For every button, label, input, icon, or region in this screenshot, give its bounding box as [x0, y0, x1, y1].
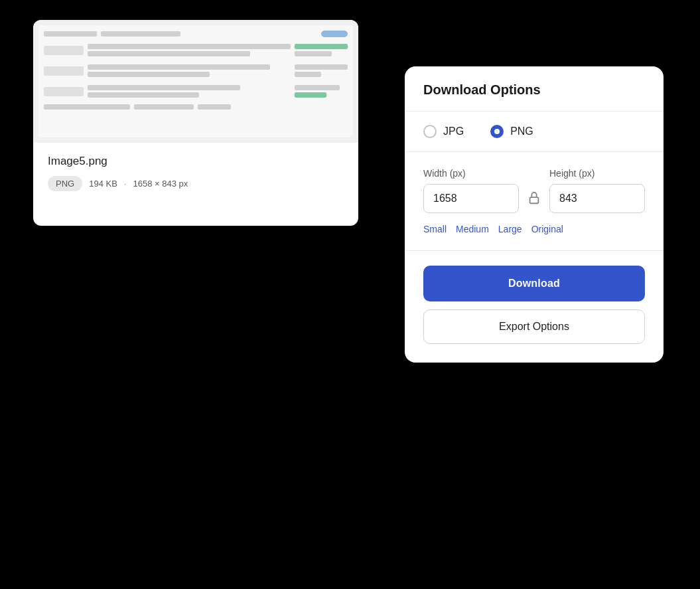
file-meta: PNG 194 KB · 1658 × 843 px — [48, 176, 344, 191]
file-size: 194 KB — [89, 179, 117, 189]
format-png-option[interactable]: PNG — [490, 125, 533, 138]
png-radio-inner — [494, 129, 500, 134]
preset-small[interactable]: Small — [423, 224, 447, 234]
lock-icon — [527, 191, 541, 205]
image-thumbnail — [33, 20, 358, 143]
preset-large[interactable]: Large — [498, 224, 522, 234]
jpg-radio[interactable] — [423, 125, 437, 138]
image-dimensions: 1658 × 843 px — [133, 179, 188, 189]
image-preview-card: Image5.png PNG 194 KB · 1658 × 843 px — [33, 20, 358, 226]
filename-label: Image5.png — [48, 155, 344, 168]
width-label: Width (px) — [423, 168, 519, 179]
dimension-inputs-row: Width (px) Height (px) — [423, 168, 645, 213]
width-group: Width (px) — [423, 168, 519, 213]
preset-original[interactable]: Original — [531, 224, 563, 234]
png-radio[interactable] — [490, 125, 504, 138]
jpg-label: JPG — [443, 126, 464, 137]
width-input[interactable] — [423, 184, 519, 213]
height-label: Height (px) — [549, 168, 645, 179]
actions-section: Download Export Options — [405, 251, 664, 363]
size-presets: Small Medium Large Original — [423, 224, 645, 234]
png-label: PNG — [510, 126, 533, 137]
preset-medium[interactable]: Medium — [456, 224, 489, 234]
download-button[interactable]: Download — [423, 266, 645, 301]
dimensions-section: Width (px) Height (px) Small Medium L — [405, 152, 664, 251]
format-section: JPG PNG — [405, 112, 664, 152]
format-jpg-option[interactable]: JPG — [423, 125, 464, 138]
svg-rect-0 — [530, 197, 539, 203]
card-header: Download Options — [405, 66, 664, 112]
format-badge: PNG — [48, 176, 82, 191]
height-group: Height (px) — [549, 168, 645, 213]
card-title: Download Options — [423, 82, 645, 98]
download-options-card: Download Options JPG PNG Width (px) — [405, 66, 664, 363]
meta-separator: · — [124, 179, 127, 189]
export-options-button[interactable]: Export Options — [423, 309, 645, 344]
image-info: Image5.png PNG 194 KB · 1658 × 843 px — [33, 143, 358, 191]
lock-icon-wrap — [527, 191, 541, 205]
height-input[interactable] — [549, 184, 645, 213]
